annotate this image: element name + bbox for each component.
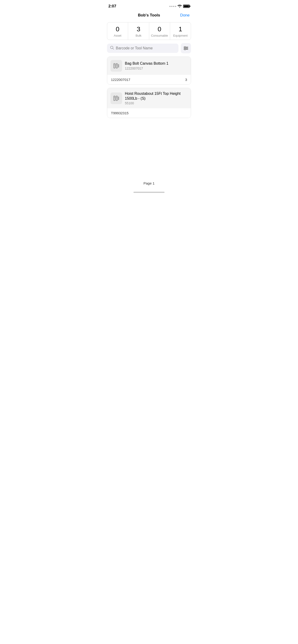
search-wrapper[interactable] [107,44,178,53]
stat-equipment-value: 1 [179,26,182,33]
stat-consumable: 0 Consumable [149,22,170,40]
tool-sku-1: 1222007017 [125,66,187,70]
svg-point-6 [186,48,187,49]
tool-card-header-2: Hoist Roustabout 15Ft Top Height 1500Lb … [107,88,191,108]
svg-rect-13 [114,96,115,100]
stats-row: 0 Asset 3 Bulk 0 Consumable 1 Equipment [107,22,191,40]
filter-icon [183,46,188,50]
svg-point-7 [184,49,186,50]
tool-card-body-1: 1222007017 3 [107,75,191,84]
tool-sku-2: 55100 [125,101,187,105]
status-icons [169,4,190,8]
stat-consumable-label: Consumable [151,34,168,37]
wifi-icon [178,4,182,8]
page-title: Bob's Tools [138,13,160,18]
svg-rect-10 [118,64,119,68]
search-icon [110,46,114,50]
battery-icon [183,5,190,8]
tool-quantity-1: 3 [185,78,187,82]
stat-equipment: 1 Equipment [170,22,191,40]
tool-card-2[interactable]: Hoist Roustabout 15Ft Top Height 1500Lb … [107,88,191,118]
tool-icon-box-2 [111,92,122,104]
tool-card-header-1: Bag Bolt Canvas Bottom 1 1222007017 [107,57,191,75]
search-input[interactable] [116,46,175,50]
home-indicator [104,190,194,196]
stat-consumable-value: 0 [158,26,161,33]
signal-icon [169,6,176,7]
svg-line-1 [113,48,114,50]
done-button[interactable]: Done [180,13,190,18]
nav-header: Bob's Tools Done [104,11,194,20]
tool-info-2: Hoist Roustabout 15Ft Top Height 1500Lb … [125,91,187,105]
stat-asset: 0 Asset [107,22,128,40]
tool-info-1: Bag Bolt Canvas Bottom 1 1222007017 [125,61,187,70]
stat-bulk: 3 Bulk [128,22,149,40]
stat-bulk-label: Bulk [136,34,141,37]
page-footer: Page 1 [104,177,194,190]
svg-rect-8 [114,64,115,68]
tool-barcode-1: 1222007017 [111,78,130,82]
page-label: Page 1 [143,181,155,185]
svg-rect-9 [116,64,117,68]
search-row [107,43,191,53]
svg-point-5 [184,46,186,48]
tool-icon-box-1 [111,60,122,72]
tool-card-1[interactable]: Bag Bolt Canvas Bottom 1 1222007017 1222… [107,56,191,84]
tool-barcode-2: T99932315 [111,111,129,115]
tool-card-body-2: T99932315 [107,108,191,118]
status-bar: 2:07 [104,0,194,11]
stat-equipment-label: Equipment [173,34,187,37]
stat-asset-label: Asset [114,34,121,37]
svg-rect-15 [118,97,119,100]
svg-rect-14 [116,96,117,100]
status-time: 2:07 [108,4,116,8]
stat-bulk-value: 3 [137,26,140,33]
home-bar [133,192,165,193]
tool-name-2: Hoist Roustabout 15Ft Top Height 1500Lb … [125,91,187,101]
stat-asset-value: 0 [116,26,120,33]
tool-icon-1 [113,62,120,69]
tool-icon-2 [113,95,120,102]
filter-button[interactable] [181,43,191,53]
tool-name-1: Bag Bolt Canvas Bottom 1 [125,61,187,66]
